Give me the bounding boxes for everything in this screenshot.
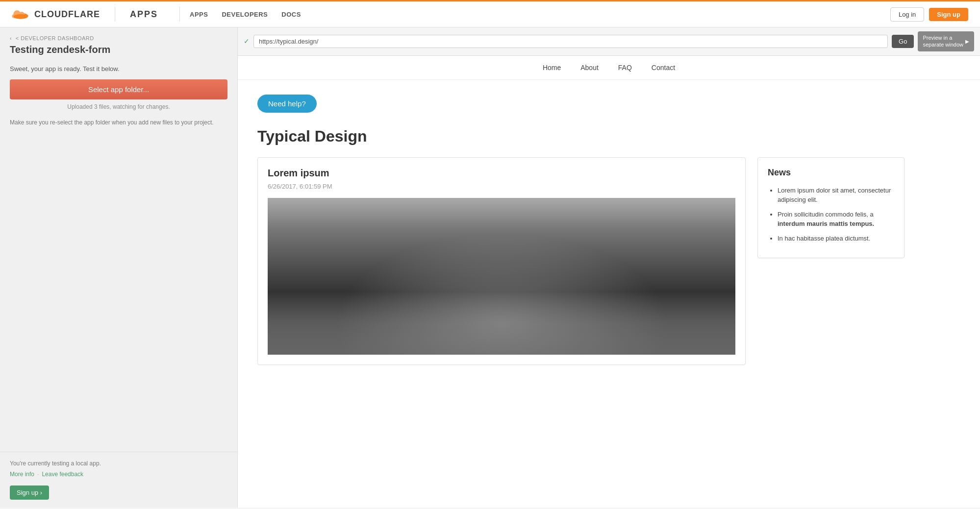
url-text: https://typical.design/: [259, 38, 318, 45]
article-image: [268, 198, 735, 355]
svg-point-1: [14, 14, 28, 19]
breadcrumb: ‹ < DEVELOPER DASHBOARD: [10, 35, 227, 41]
signup-nav-button[interactable]: Sign up: [929, 8, 968, 21]
top-nav: CLOUDFLARE APPS APPS DEVELOPERS DOCS Log…: [0, 0, 980, 27]
sidebar: ‹ < DEVELOPER DASHBOARD Testing zendesk-…: [0, 27, 238, 508]
go-button[interactable]: Go: [892, 35, 914, 48]
upload-status: Uploaded 3 files, watching for changes.: [10, 103, 227, 110]
svg-point-5: [508, 302, 527, 328]
signup-footer-button[interactable]: Sign up ›: [10, 485, 49, 500]
svg-line-10: [520, 353, 524, 355]
sidebar-footer: You're currently testing a local app. Mo…: [0, 452, 237, 508]
website-nav-contact[interactable]: Contact: [652, 64, 675, 72]
brand-name: CLOUDFLARE: [34, 9, 100, 20]
preview-window-text: Preview in aseparate window: [923, 34, 963, 48]
leave-feedback-link[interactable]: Leave feedback: [42, 471, 83, 478]
page-title: Testing zendesk-form: [10, 44, 227, 55]
article-date: 6/26/2017, 6:01:59 PM: [268, 183, 735, 190]
svg-rect-6: [513, 324, 523, 353]
footer-dot: ·: [37, 471, 39, 478]
svg-line-7: [500, 320, 513, 328]
nav-link-apps[interactable]: APPS: [190, 11, 208, 18]
nav-links: APPS DEVELOPERS DOCS: [190, 10, 301, 18]
url-check-icon: ✓: [244, 37, 250, 45]
testing-local-text: You're currently testing a local app.: [10, 460, 227, 467]
svg-line-9: [511, 353, 515, 355]
svg-point-4: [534, 284, 599, 355]
apps-title: APPS: [130, 9, 158, 20]
hint-text: Make sure you re-select the app folder w…: [10, 118, 227, 127]
article-card: Lorem ipsum 6/26/2017, 6:01:59 PM: [257, 157, 746, 365]
preview-area: ✓ https://typical.design/ Go Preview in …: [238, 27, 980, 508]
site-title: Typical Design: [257, 127, 905, 145]
nav-link-docs[interactable]: DOCS: [281, 11, 301, 18]
svg-rect-3: [268, 252, 735, 354]
preview-website: Home About FAQ Contact Need help? Typica…: [238, 56, 980, 508]
nav-divider-2: [179, 7, 180, 22]
website-nav: Home About FAQ Contact: [238, 56, 980, 80]
website-nav-faq[interactable]: FAQ: [618, 64, 632, 72]
website-nav-home[interactable]: Home: [543, 64, 561, 72]
url-bar[interactable]: https://typical.design/: [253, 35, 888, 48]
website-nav-about[interactable]: About: [580, 64, 599, 72]
browser-chrome: ✓ https://typical.design/ Go Preview in …: [238, 27, 980, 56]
news-item-3: In hac habitasse platea dictumst.: [778, 234, 894, 243]
main-layout: ‹ < DEVELOPER DASHBOARD Testing zendesk-…: [0, 27, 980, 508]
news-item-1: Lorem ipsum dolor sit amet, consectetur …: [778, 186, 894, 205]
article-title: Lorem ipsum: [268, 168, 735, 179]
nav-actions: Log in Sign up: [890, 7, 968, 22]
svg-rect-2: [268, 198, 735, 276]
news-list: Lorem ipsum dolor sit amet, consectetur …: [768, 186, 894, 243]
news-card-title: News: [768, 168, 894, 178]
arrow-right-icon: ▶: [965, 38, 969, 45]
content-grid: Lorem ipsum 6/26/2017, 6:01:59 PM: [257, 157, 905, 365]
nav-link-developers[interactable]: DEVELOPERS: [222, 11, 268, 18]
need-help-button[interactable]: Need help?: [257, 95, 317, 113]
login-button[interactable]: Log in: [890, 7, 924, 22]
website-content: Need help? Typical Design Lorem ipsum 6/…: [238, 80, 924, 380]
news-item-2: Proin sollicitudin commodo felis, a inte…: [778, 210, 894, 229]
preview-separate-window-button[interactable]: Preview in aseparate window ▶: [918, 31, 974, 51]
chevron-left-icon: ‹: [10, 35, 12, 41]
nav-divider: [115, 7, 115, 22]
ready-text: Sweet, your app is ready. Test it below.: [10, 65, 227, 73]
select-folder-button[interactable]: Select app folder...: [10, 79, 227, 99]
logo-area: CLOUDFLARE APPS: [12, 7, 158, 22]
svg-line-8: [523, 318, 534, 328]
more-info-link[interactable]: More info: [10, 471, 34, 478]
cloudflare-logo-icon: [12, 9, 29, 20]
news-card: News Lorem ipsum dolor sit amet, consect…: [757, 157, 905, 259]
footer-links: More info · Leave feedback: [10, 471, 227, 478]
